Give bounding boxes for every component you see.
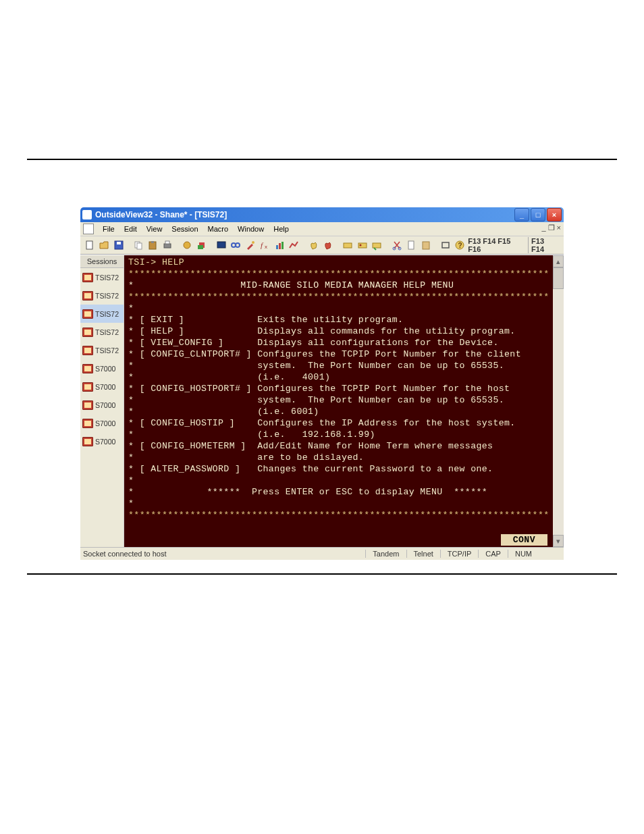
command-line: * [ ALTER_PASSWORD ] Changes the current… — [128, 463, 550, 475]
terminal-screen[interactable]: TSI-> HELP *****************************… — [124, 255, 553, 547]
hand-yellow-icon[interactable] — [307, 238, 320, 252]
conv-indicator: CONV — [501, 534, 547, 546]
svg-rect-6 — [151, 241, 154, 243]
svg-rect-12 — [217, 242, 225, 248]
session-item[interactable]: TSIS72 — [80, 341, 124, 359]
command-line: * [ EXIT ] Exits the utility program. * — [128, 314, 550, 325]
fx-icon[interactable]: fx — [259, 238, 271, 252]
mdi-minimize[interactable]: _ — [541, 224, 545, 232]
screen-icon[interactable] — [215, 238, 227, 252]
menu-bar: File Edit View Session Macro Window Help… — [80, 222, 564, 236]
svg-rect-8 — [165, 241, 169, 244]
menu-macro[interactable]: Macro — [203, 225, 234, 233]
session-item[interactable]: S7000 — [80, 396, 124, 414]
bars-icon[interactable] — [273, 238, 286, 252]
mdi-restore[interactable]: ❐ — [548, 224, 555, 232]
clip-icon[interactable] — [419, 238, 432, 252]
terminal-icon — [82, 382, 93, 392]
command-line: * [ CONFIG_HOSTIP ] Configures the IP Ad… — [128, 417, 550, 429]
command-desc-line: * (i.e. 6001) * — [128, 406, 550, 417]
session-item[interactable]: S7000 — [80, 359, 124, 377]
svg-rect-4 — [137, 243, 142, 249]
svg-rect-29 — [442, 242, 449, 248]
rect-icon[interactable] — [439, 238, 452, 252]
scroll-down-icon[interactable]: ▾ — [553, 535, 564, 547]
title-bar[interactable]: OutsideView32 - Shane* - [TSIS72] _ □ × — [80, 207, 564, 222]
menu-session[interactable]: Session — [167, 225, 203, 233]
command-line: * [ CONFIG_HOSTPORT# ] Configures the TC… — [128, 383, 550, 394]
print-icon[interactable] — [161, 238, 173, 252]
settings-icon[interactable] — [181, 238, 194, 252]
svg-rect-11 — [198, 245, 203, 249]
svg-point-15 — [252, 241, 254, 244]
menu-view[interactable]: View — [142, 225, 167, 233]
open-icon[interactable] — [97, 238, 110, 252]
status-cell-tcpip: TCP/IP — [440, 550, 478, 558]
sidebar-header: Sessions — [80, 255, 124, 268]
terminal-prompt: TSI-> HELP — [128, 257, 550, 268]
terminal-icon — [82, 437, 93, 446]
mdi-buttons: _ ❐ × — [541, 224, 561, 232]
status-cell-cap: CAP — [478, 550, 508, 558]
maximize-button[interactable]: □ — [531, 208, 545, 221]
close-button[interactable]: × — [547, 208, 562, 221]
scroll-track[interactable] — [553, 289, 564, 535]
svg-rect-19 — [279, 243, 281, 249]
scroll-thumb[interactable] — [553, 267, 564, 289]
app-icon — [82, 210, 92, 219]
command-line: * [ CONFIG_CLNTPORT# ] Configures the TC… — [128, 348, 550, 360]
link-icon[interactable] — [230, 238, 242, 252]
help-icon[interactable]: ? — [454, 238, 466, 252]
svg-rect-18 — [276, 245, 278, 249]
key3-icon[interactable] — [371, 238, 383, 252]
svg-rect-27 — [408, 241, 414, 249]
minimize-button[interactable]: _ — [514, 208, 529, 221]
fkeys-group-1[interactable]: F13 F14 F15 F16 — [468, 237, 527, 253]
status-cell-tandem: Tandem — [365, 550, 406, 558]
hand-red-icon[interactable] — [321, 238, 334, 252]
status-cell-telnet: Telnet — [406, 550, 440, 558]
toolbar: fx ? F13 F14 F15 F16 F13 F14 — [80, 236, 564, 255]
terminal-title-line: * MID-RANGE SILO MEDIA MANAGER HELP MENU… — [128, 280, 550, 291]
page-separator-bottom — [27, 573, 617, 575]
svg-text:f: f — [261, 241, 264, 249]
wizard-icon[interactable] — [195, 238, 208, 252]
status-cell-num: NUM — [508, 550, 539, 558]
menu-edit[interactable]: Edit — [119, 225, 142, 233]
paste-icon[interactable] — [146, 238, 159, 252]
command-line: * [ VIEW_CONFIG ] Displays all configura… — [128, 337, 550, 348]
session-item[interactable]: S7000 — [80, 377, 124, 396]
menu-file[interactable]: File — [98, 225, 119, 233]
command-desc-line: * (i.e. 192.168.1.99) * — [128, 429, 550, 440]
svg-rect-24 — [373, 243, 381, 248]
save-icon[interactable] — [112, 238, 125, 252]
session-item[interactable]: TSIS72 — [80, 286, 124, 305]
cut-icon[interactable] — [390, 238, 403, 252]
session-label: TSIS72 — [95, 273, 119, 282]
session-item[interactable]: TSIS72 — [80, 268, 124, 286]
copy-icon[interactable] — [132, 238, 144, 252]
session-label: S7000 — [95, 365, 115, 373]
session-label: TSIS72 — [95, 292, 119, 300]
new-icon[interactable] — [83, 238, 96, 252]
doc-icon[interactable] — [404, 238, 417, 252]
key2-icon[interactable] — [356, 238, 369, 252]
menu-window[interactable]: Window — [233, 225, 269, 233]
mdi-close[interactable]: × — [557, 224, 561, 232]
key1-icon[interactable] — [342, 238, 354, 252]
scrollbar[interactable]: ▴ ▾ — [553, 255, 564, 547]
session-item[interactable]: TSIS72 — [80, 323, 124, 341]
fkeys-group-2[interactable]: F13 F14 — [528, 237, 561, 253]
menu-help[interactable]: Help — [269, 225, 294, 233]
svg-point-14 — [236, 243, 240, 247]
session-item[interactable]: S7000 — [80, 432, 124, 450]
session-item[interactable]: S7000 — [80, 414, 124, 432]
chart-icon[interactable] — [288, 238, 300, 252]
document-icon — [83, 224, 94, 234]
scroll-up-icon[interactable]: ▴ — [553, 255, 564, 267]
command-desc-line: * are to be dislayed. * — [128, 452, 550, 463]
status-bar: Socket connected to host Tandem Telnet T… — [80, 547, 564, 560]
tools-icon[interactable] — [244, 238, 257, 252]
session-label: TSIS72 — [95, 310, 119, 318]
session-item[interactable]: TSIS72 — [80, 305, 124, 323]
